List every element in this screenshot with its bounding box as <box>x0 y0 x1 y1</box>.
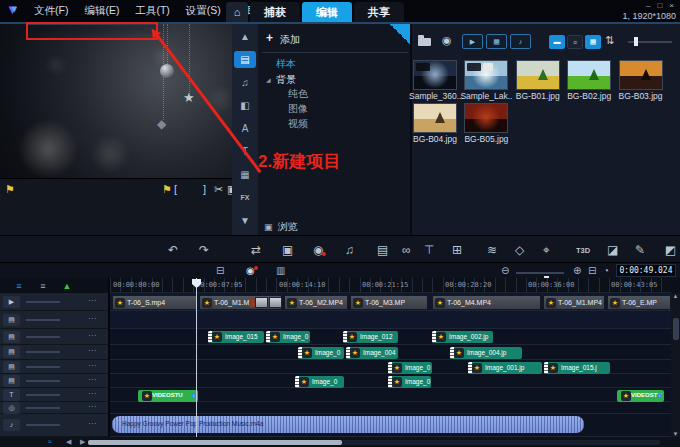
thumbnail-BG-B04.jpg[interactable] <box>413 103 457 133</box>
title-track-icon[interactable]: T <box>3 389 20 401</box>
chapter-flag-icon[interactable]: ⚑ <box>162 183 172 196</box>
pin-corner-icon[interactable] <box>390 24 410 44</box>
track-more-icon[interactable]: ⋯ <box>88 346 96 355</box>
track-lane-overlay[interactable] <box>110 311 671 329</box>
graphic-icon[interactable]: A <box>234 120 256 137</box>
video-track-icon[interactable]: ▶ <box>3 296 20 308</box>
video-clip[interactable]: ★T-06_M1.MP4 <box>543 295 605 310</box>
tree-item-纯色[interactable]: 纯色 <box>288 87 308 101</box>
tab-共享[interactable]: 共享 <box>354 2 404 22</box>
slider-thumb[interactable] <box>634 37 638 46</box>
image-clip[interactable]: ★Image_015 <box>208 331 264 343</box>
sort-icon[interactable]: ⇅ <box>605 34 614 47</box>
overlay-track-icon[interactable]: ▤ <box>3 314 20 326</box>
image-clip[interactable]: ★Image_012 <box>343 331 398 343</box>
video-clip[interactable]: ★T-06_M4.MP4 <box>432 295 541 310</box>
overlay-track-icon[interactable]: ▤ <box>3 346 20 358</box>
filter-video-button[interactable]: ▶ <box>462 34 483 49</box>
import-disc-icon[interactable]: ◉ <box>442 34 452 47</box>
tab-编辑[interactable]: 编辑 <box>302 2 352 22</box>
painting-creator-icon[interactable]: ◪ <box>607 243 618 257</box>
redo-icon[interactable]: ↷ <box>199 243 209 257</box>
subtitle-editor-icon[interactable]: ⊤ <box>424 243 434 257</box>
video-clip[interactable]: ★T-06_M2.MP4 <box>284 295 348 310</box>
title-clip[interactable]: ★VIDEOSTUi <box>617 390 664 402</box>
timeline-zoom-slider[interactable] <box>516 272 564 274</box>
fit-timeline-icon[interactable]: ⊟ <box>588 265 596 276</box>
minimize-icon[interactable]: – <box>646 1 650 10</box>
timeline-view-icon[interactable]: ≡ <box>10 281 28 292</box>
chroma-key-icon[interactable]: ⊟ <box>216 265 224 276</box>
thumbnail-BG-B03.jpg[interactable] <box>619 60 663 90</box>
tree-item-图像[interactable]: 图像 <box>288 102 308 116</box>
add-icon[interactable]: + <box>266 31 273 45</box>
motion-tracking-icon[interactable]: ≋ <box>487 243 497 257</box>
duration-clock-icon[interactable]: ◔ <box>603 265 609 276</box>
vertical-scroll-thumb[interactable] <box>673 318 679 340</box>
track-more-icon[interactable]: ⋯ <box>88 314 96 323</box>
image-clip[interactable]: ★Image_0 <box>388 376 431 388</box>
video-clip[interactable]: ★T-06_S.mp4 <box>112 295 197 310</box>
view-grid-button[interactable]: ▦ <box>585 35 601 49</box>
scroll-up-icon[interactable]: ▲ <box>234 28 256 45</box>
sketch-icon[interactable]: ✎ <box>635 243 645 257</box>
split-screen-icon[interactable]: ◩ <box>665 243 676 257</box>
image-clip[interactable]: ★Image_004 <box>346 347 398 359</box>
h-scroll-track[interactable] <box>88 440 660 445</box>
thumbnail-BG-B01.jpg[interactable] <box>516 60 560 90</box>
image-clip[interactable]: ★Image_0 <box>388 362 432 374</box>
scrubber-icon[interactable]: ≈ <box>48 438 52 445</box>
home-tab[interactable]: ⌂ <box>226 2 248 22</box>
menu-item-1[interactable]: 编辑(E) <box>84 4 119 18</box>
maximize-icon[interactable]: □ <box>657 1 662 10</box>
menu-item-3[interactable]: 设置(S) <box>186 4 221 18</box>
ripple-edit-icon[interactable]: ⇄ <box>251 243 261 257</box>
mark-out-icon[interactable]: ] <box>203 183 206 195</box>
import-folder-icon[interactable] <box>418 38 431 46</box>
voice-track-icon[interactable]: ◎ <box>3 402 20 414</box>
image-clip[interactable]: ★Image_0 <box>295 376 344 388</box>
music-track-icon[interactable]: ♪ <box>3 419 20 431</box>
overlay-track-icon[interactable]: ▤ <box>3 361 20 373</box>
thumbnail-BG-B02.jpg[interactable] <box>567 60 611 90</box>
image-clip[interactable]: ★Image_0 <box>298 347 344 359</box>
track-manager-icon[interactable]: ≡ <box>34 281 52 292</box>
track-more-icon[interactable]: ⋯ <box>88 402 96 411</box>
filter-audio-button[interactable]: ♪ <box>510 34 531 49</box>
undo-icon[interactable]: ↶ <box>168 243 178 257</box>
transition-icon[interactable]: ◧ <box>234 97 256 114</box>
video-clip[interactable]: ★T-06_E.MP <box>607 295 671 310</box>
view-strip-button[interactable]: ▬ <box>549 35 565 49</box>
sound-mixer-icon[interactable]: ♫ <box>345 243 354 257</box>
track-more-icon[interactable]: ⋯ <box>88 361 96 370</box>
h-scroll-thumb[interactable] <box>88 440 342 445</box>
thumbnail-BG-B05.jpg[interactable] <box>464 103 508 133</box>
mask-creator-icon[interactable]: ◇ <box>515 243 524 257</box>
image-clip[interactable]: ★Image_0 <box>266 331 310 343</box>
insert-media-icon[interactable]: ▥ <box>276 265 285 276</box>
overlay-track-icon[interactable]: ▤ <box>3 331 20 343</box>
track-more-icon[interactable]: ⋯ <box>88 375 96 384</box>
track-lane-voice[interactable] <box>110 402 671 414</box>
image-clip[interactable]: ★Image_002.jp <box>432 331 493 343</box>
frame-grab-icon[interactable]: ▣ <box>282 243 293 257</box>
color-grading-icon[interactable]: ∞ <box>402 243 411 257</box>
playhead[interactable] <box>196 278 197 437</box>
view-list-button[interactable]: ≡ <box>567 35 583 49</box>
menu-item-2[interactable]: 工具(T) <box>135 4 169 18</box>
zoom-in-icon[interactable]: ⊕ <box>573 265 581 276</box>
thumbnail-Sample_Lak...[interactable] <box>464 60 508 90</box>
menu-item-0[interactable]: 文件(F) <box>34 4 68 18</box>
3d-title-icon[interactable]: T3D <box>576 246 590 255</box>
media-icon[interactable]: ▤ <box>234 51 256 68</box>
track-motion-icon[interactable]: ⌖ <box>543 243 550 257</box>
scroll-right-icon[interactable]: ▶ <box>80 438 85 446</box>
image-clip[interactable]: ★Image_004.jp <box>450 347 522 359</box>
voice-record-icon[interactable]: ◉ <box>246 265 255 276</box>
thumbnail-Sample_360...[interactable] <box>413 60 457 90</box>
filter-icon[interactable]: FX <box>234 189 256 206</box>
auto-music-icon[interactable]: ▤ <box>377 243 388 257</box>
tree-item-样本[interactable]: 样本 <box>276 57 296 71</box>
tree-item-视频[interactable]: 视频 <box>288 117 308 131</box>
mark-in-icon[interactable]: [ <box>174 183 177 195</box>
